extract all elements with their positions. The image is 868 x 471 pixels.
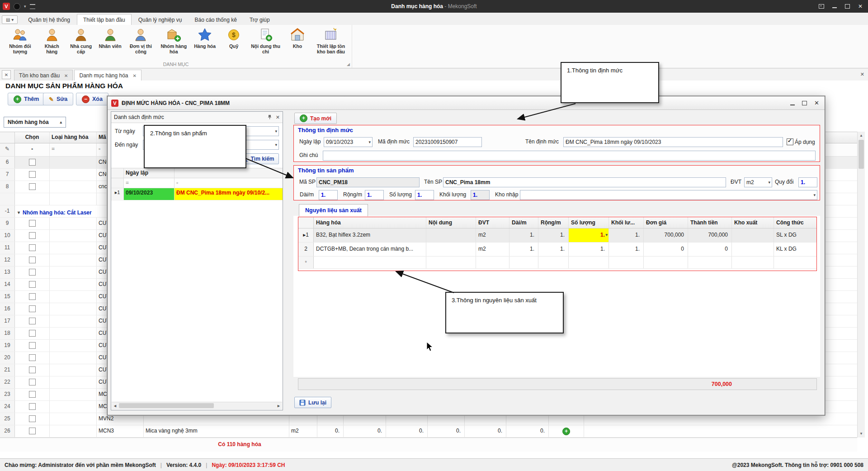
- ribbon-item-warehouse[interactable]: Kho: [283, 26, 312, 50]
- column-header[interactable]: ĐVT: [476, 217, 509, 228]
- group-dialog-launcher-icon[interactable]: ◢: [347, 62, 350, 67]
- row-checkbox[interactable]: [29, 403, 36, 410]
- ngay-lap-combo[interactable]: 09/10/2023▾: [324, 137, 373, 147]
- new-row[interactable]: *: [298, 257, 816, 269]
- tab-quan-ly-nghiep-vu[interactable]: Quản lý nghiệp vụ: [132, 14, 188, 25]
- chevron-down-icon[interactable]: ▾: [24, 4, 26, 9]
- create-new-button[interactable]: + Tạo mới: [294, 113, 337, 124]
- add-detail-icon[interactable]: +: [562, 428, 570, 435]
- column-header[interactable]: Dài/m: [509, 217, 538, 228]
- quick-access-icon[interactable]: [14, 3, 20, 10]
- tab-nguyen-lieu-san-xuat[interactable]: Nguyên liệu sản xuất: [299, 204, 368, 216]
- column-header[interactable]: Số lượng: [569, 217, 609, 228]
- edit-button[interactable]: ✎Sửa: [43, 93, 73, 105]
- row-checkbox[interactable]: [29, 354, 36, 361]
- quy-doi-field[interactable]: 1.: [798, 177, 817, 187]
- row-checkbox[interactable]: [29, 257, 36, 263]
- dinh-muc-row[interactable]: ▸1 09/10/2023 ĐM CNC_Pima 18mm ngày 09/1…: [111, 188, 283, 200]
- ribbon-item-product-group[interactable]: Nhóm hàng hóa: [157, 26, 190, 55]
- tab-close-icon[interactable]: ✕: [133, 73, 137, 78]
- ribbon-item-group[interactable]: Nhóm đối tượng: [3, 26, 38, 55]
- column-header[interactable]: Hàng hóa: [314, 217, 426, 228]
- table-row[interactable]: 26MCN3Mica vàng nghệ 3mmm20.0.0.0.0.0.+: [0, 425, 857, 438]
- column-header-ngay[interactable]: Ngày lập: [124, 168, 175, 178]
- close-button[interactable]: ✕: [858, 4, 863, 9]
- dialog-title-bar[interactable]: V ĐỊNH MỨC HÀNG HÓA - CNC_PIMA 18MM ✕: [108, 96, 825, 110]
- row-checkbox[interactable]: [29, 232, 36, 239]
- scroll-down-icon[interactable]: ▼: [858, 432, 865, 436]
- group-filter-dropdown[interactable]: Nhóm hàng hóa▴: [4, 117, 66, 128]
- vertical-scrollbar[interactable]: ▲ ▼: [857, 132, 865, 438]
- row-checkbox[interactable]: [29, 366, 36, 373]
- ribbon-item-fund[interactable]: $Quỹ: [219, 26, 248, 50]
- ribbon-item-product[interactable]: Hàng hóa: [190, 26, 219, 50]
- column-header[interactable]: Công thức: [774, 217, 816, 228]
- dialog-minimize-button[interactable]: [790, 105, 795, 105]
- add-button[interactable]: +Thêm: [8, 93, 45, 105]
- ribbon-item-unit[interactable]: Đơn vị thi công: [125, 26, 157, 55]
- scrollbar-thumb[interactable]: [119, 403, 214, 408]
- scrollbar-thumb[interactable]: [859, 140, 864, 169]
- column-header[interactable]: Khối lư...: [609, 217, 644, 228]
- ten-dinh-muc-field[interactable]: ĐM CNC_Pima 18mm ngày 09/10/2023: [563, 137, 783, 147]
- quantity-cell[interactable]: 1.: [569, 243, 609, 256]
- maximize-button[interactable]: [845, 4, 850, 9]
- doc-tab-danh-muc-hang-hoa[interactable]: Danh mục hàng hóa✕: [74, 70, 141, 81]
- tab-close-icon[interactable]: ✕: [64, 73, 68, 78]
- scroll-left-icon[interactable]: ◄: [113, 404, 117, 408]
- row-checkbox[interactable]: [29, 342, 36, 349]
- column-header[interactable]: Thành tiền: [688, 217, 732, 228]
- row-checkbox[interactable]: [29, 391, 36, 398]
- ap-dung-checkbox[interactable]: [787, 138, 793, 145]
- row-checkbox[interactable]: [29, 305, 36, 312]
- so-luong-field[interactable]: 1.: [415, 190, 434, 200]
- tab-quan-tri-he-thong[interactable]: Quản trị hệ thống: [22, 14, 76, 25]
- column-header[interactable]: Nội dung: [426, 217, 476, 228]
- ribbon-item-document[interactable]: Nội dung thu chi: [248, 26, 283, 55]
- doc-tab-ton-kho-ban-dau[interactable]: Tồn kho ban đầu✕: [14, 70, 73, 81]
- row-checkbox[interactable]: [29, 159, 36, 166]
- kho-nhap-combo[interactable]: ▾: [520, 190, 817, 200]
- column-header[interactable]: Đơn giá: [644, 217, 688, 228]
- dialog-close-button[interactable]: ✕: [814, 100, 819, 106]
- column-header-loai[interactable]: Loại hàng hóa: [50, 132, 97, 143]
- ribbon-menu-button[interactable]: ▤ ▾: [2, 15, 18, 24]
- tab-bao-cao-thong-ke[interactable]: Báo cáo thống kê: [189, 14, 242, 25]
- khoi-luong-field[interactable]: 1.: [471, 190, 490, 200]
- ma-sp-field[interactable]: CNC_PM18: [316, 177, 420, 187]
- customize-toolbar-icon[interactable]: [30, 4, 35, 9]
- list-filter-row[interactable]: = ▫: [111, 178, 283, 188]
- row-checkbox[interactable]: [29, 183, 36, 190]
- rong-field[interactable]: 1.: [365, 190, 384, 200]
- ribbon-item-stock-setup[interactable]: Thiết lập tồn kho ban đầu: [312, 26, 350, 55]
- ten-sp-field[interactable]: CNC_Pima 18mm: [443, 177, 726, 187]
- row-checkbox[interactable]: [29, 171, 36, 178]
- row-checkbox[interactable]: [29, 415, 36, 422]
- tab-tro-giup[interactable]: Trợ giúp: [244, 14, 276, 25]
- pin-icon[interactable]: [267, 114, 272, 120]
- ma-dinh-muc-field[interactable]: 20231009150907: [413, 137, 482, 147]
- save-button[interactable]: Lưu lại: [294, 397, 331, 408]
- column-header[interactable]: Rộng/m: [538, 217, 569, 228]
- row-checkbox[interactable]: [29, 269, 36, 276]
- scroll-right-icon[interactable]: ►: [277, 404, 281, 408]
- panel-close-icon[interactable]: ✕: [276, 114, 280, 120]
- horizontal-scrollbar[interactable]: ◄ ►: [112, 402, 282, 409]
- row-checkbox[interactable]: [29, 330, 36, 337]
- column-header-chon[interactable]: Chọn: [15, 132, 50, 143]
- dai-field[interactable]: 1.: [319, 190, 338, 200]
- row-checkbox[interactable]: [29, 318, 36, 324]
- row-checkbox[interactable]: [29, 379, 36, 385]
- ghi-chu-field[interactable]: [323, 151, 816, 161]
- row-checkbox[interactable]: [29, 293, 36, 300]
- ribbon-item-employee[interactable]: Nhân viên: [96, 26, 125, 50]
- row-checkbox[interactable]: [29, 281, 36, 288]
- close-all-tabs-button[interactable]: ✕: [2, 70, 11, 79]
- delete-button[interactable]: −Xóa: [76, 93, 108, 105]
- dvt-combo[interactable]: m2▾: [744, 177, 772, 187]
- ribbon-item-customer[interactable]: Khách hàng: [38, 26, 66, 55]
- tabstrip-close-icon[interactable]: ✕: [860, 71, 864, 77]
- dialog-maximize-button[interactable]: [802, 101, 807, 105]
- row-checkbox[interactable]: [29, 428, 36, 434]
- material-row[interactable]: ▸1B32, Bạt hiflex 3.2zemm21.1.1.▾1.700,0…: [298, 228, 816, 243]
